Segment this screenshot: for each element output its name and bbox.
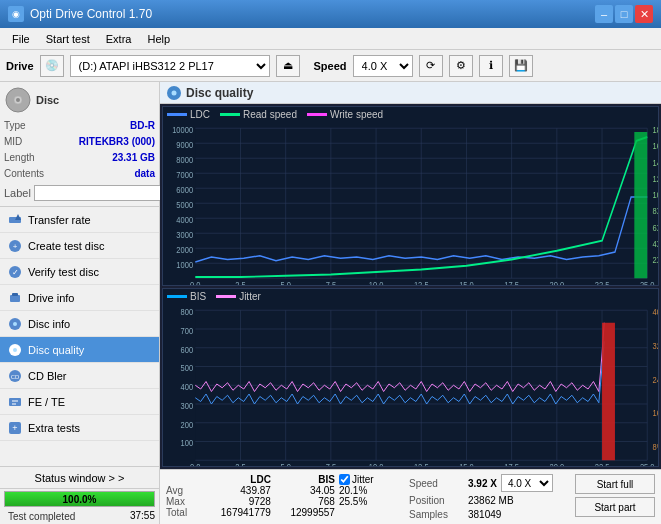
bis-total: 12999557 [275,507,339,518]
start-full-button[interactable]: Start full [575,474,655,494]
svg-text:10X: 10X [653,191,658,201]
svg-text:15.0: 15.0 [459,281,474,285]
svg-text:4000: 4000 [176,216,193,226]
position-label: Position [409,495,464,506]
fe-te-icon [8,395,22,409]
info-button[interactable]: ℹ [479,55,503,77]
position-value: 23862 MB [468,495,514,506]
svg-text:1000: 1000 [176,261,193,271]
jitter-checkbox[interactable] [339,474,350,485]
main-layout: Disc Type BD-R MID RITEKBR3 (000) Length… [0,82,661,524]
title-bar: ◉ Opti Drive Control 1.70 – □ ✕ [0,0,661,28]
svg-text:2000: 2000 [176,246,193,256]
samples-value: 381049 [468,509,501,520]
sidebar-item-fe-te[interactable]: FE / TE [0,389,159,415]
svg-text:24%: 24% [653,375,658,385]
speed-position-panel: Speed 3.92 X 4.0 X 1.0 X 2.0 X Position … [409,474,569,520]
speed-select[interactable]: 4.0 X 1.0 X 2.0 X 8.0 X [353,55,413,77]
settings-button[interactable]: ⚙ [449,55,473,77]
svg-text:16X: 16X [653,142,658,152]
refresh-button[interactable]: ⟳ [419,55,443,77]
nav-label-transfer-rate: Transfer rate [28,214,91,226]
svg-text:800: 800 [181,307,194,317]
sidebar-item-disc-info[interactable]: Disc info [0,311,159,337]
transfer-rate-icon [8,213,22,227]
create-test-disc-icon: + [8,239,22,253]
svg-text:25.0: 25.0 [640,462,655,466]
drive-icon-btn[interactable]: 💿 [40,55,64,77]
svg-text:5.0: 5.0 [280,281,291,285]
maximize-button[interactable]: □ [615,5,633,23]
save-button[interactable]: 💾 [509,55,533,77]
label-input[interactable] [34,185,167,201]
svg-text:7000: 7000 [176,171,193,181]
max-label: Max [166,496,200,507]
nav-label-create-test-disc: Create test disc [28,240,104,252]
avg-label: Avg [166,485,200,496]
contents-value: data [134,166,155,182]
speed-dropdown[interactable]: 4.0 X 1.0 X 2.0 X [501,474,553,492]
app-icon: ◉ [8,6,24,22]
sidebar-item-drive-info[interactable]: Drive info [0,285,159,311]
svg-text:12.5: 12.5 [414,281,429,285]
svg-text:700: 700 [181,326,194,336]
nav-label-extra-tests: Extra tests [28,422,80,434]
ldc-legend-label: LDC [190,109,210,120]
svg-text:0.0: 0.0 [190,462,201,466]
svg-text:20.0: 20.0 [550,462,565,466]
svg-point-12 [13,322,17,326]
bis-chart-svg: 800 700 600 500 400 300 200 100 40% 32% … [163,304,658,467]
svg-text:5000: 5000 [176,201,193,211]
ldc-chart-svg: 10000 9000 8000 7000 6000 5000 4000 3000… [163,122,658,285]
disc-panel: Disc Type BD-R MID RITEKBR3 (000) Length… [0,82,159,207]
disc-icon [4,86,32,114]
svg-text:20.0: 20.0 [550,281,565,285]
svg-text:3000: 3000 [176,231,193,241]
contents-label: Contents [4,166,44,182]
svg-text:10.0: 10.0 [369,281,384,285]
cd-bler-icon: CD [8,369,22,383]
write-speed-legend-label: Write speed [330,109,383,120]
close-button[interactable]: ✕ [635,5,653,23]
speed-stat-label: Speed [409,478,464,489]
toolbar: Drive 💿 (D:) ATAPI iHBS312 2 PL17 ⏏ Spee… [0,50,661,82]
sidebar-item-extra-tests[interactable]: + Extra tests [0,415,159,441]
eject-button[interactable]: ⏏ [276,55,300,77]
svg-text:8X: 8X [653,207,658,217]
speed-stat-value: 3.92 X [468,478,497,489]
mid-value: RITEKBR3 (000) [79,134,155,150]
sidebar-item-cd-bler[interactable]: CD CD Bler [0,363,159,389]
svg-text:17.5: 17.5 [504,281,519,285]
status-window-label: Status window > > [35,472,125,484]
disc-quality-icon [8,343,22,357]
svg-text:4X: 4X [653,239,658,249]
svg-text:10000: 10000 [172,126,193,136]
sidebar-item-verify-test-disc[interactable]: ✓ Verify test disc [0,259,159,285]
menu-help[interactable]: Help [139,31,178,47]
menu-extra[interactable]: Extra [98,31,140,47]
bis-header: BIS [275,474,339,485]
drive-select[interactable]: (D:) ATAPI iHBS312 2 PL17 [70,55,270,77]
sidebar-item-create-test-disc[interactable]: + Create test disc [0,233,159,259]
svg-text:40%: 40% [653,307,658,317]
minimize-button[interactable]: – [595,5,613,23]
jitter-max: 25.5% [339,496,403,507]
sidebar-item-disc-quality[interactable]: Disc quality [0,337,159,363]
disc-quality-header: Disc quality [160,82,661,104]
chart2-legend: BIS Jitter [163,289,658,304]
menu-file[interactable]: File [4,31,38,47]
menu-starttest[interactable]: Start test [38,31,98,47]
svg-text:18X: 18X [653,126,658,136]
svg-text:0.0: 0.0 [190,281,201,285]
sidebar-item-transfer-rate[interactable]: Transfer rate [0,207,159,233]
status-window-btn[interactable]: Status window > > [0,467,159,489]
start-part-button[interactable]: Start part [575,497,655,517]
bis-chart: BIS Jitter [162,288,659,468]
type-label: Type [4,118,26,134]
svg-text:9000: 9000 [176,141,193,151]
drive-info-icon [8,291,22,305]
progress-text: 100.0% [5,492,154,506]
svg-rect-77 [634,132,647,278]
svg-text:2.5: 2.5 [235,281,246,285]
sidebar-status: Status window > > 100.0% Test completed … [0,466,159,524]
